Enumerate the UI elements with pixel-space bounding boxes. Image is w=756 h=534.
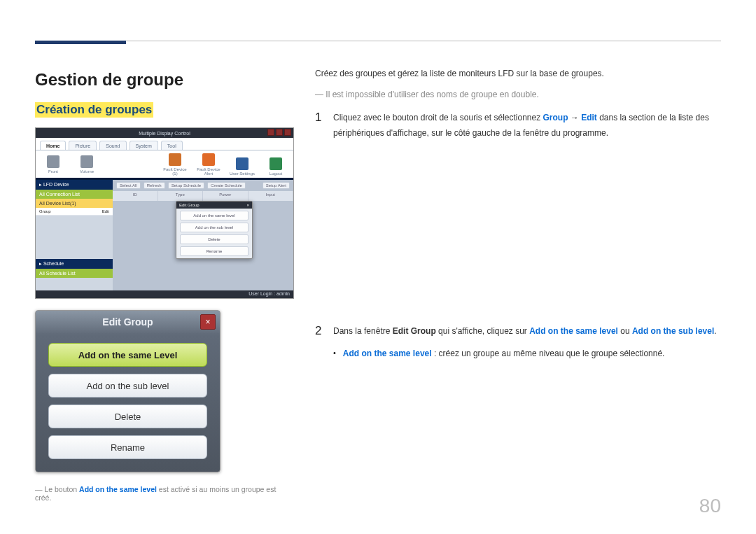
side-lfd[interactable]: ▸ LFD Device [36,180,113,190]
option-rename[interactable]: Rename [48,435,207,459]
tab-sound[interactable]: Sound [99,141,126,150]
right-column: Créez des groupes et gérez la liste de m… [315,66,718,362]
toolbar-front[interactable]: Front [40,155,66,174]
left-column: Gestion de groupe Création de groupes Mu… [35,70,294,502]
bullet-dot-icon: • [333,346,336,362]
close-icon[interactable]: × [246,203,249,207]
page-title: Gestion de groupe [35,70,294,90]
mini-dialog-header: Edit Group× [176,202,252,209]
mdc-footer: User Login : admin [36,290,293,299]
mini-row-rename[interactable]: Rename [180,246,248,256]
footnote: ― Le bouton Add on the same level est ac… [35,485,294,502]
step-1-number: 1 [315,111,323,141]
edit-group-mini-dialog: Edit Group× Add on the same level Add on… [176,201,253,259]
toolbar-volume[interactable]: Volume [74,155,100,174]
btn-setup-sched[interactable]: Setup Schedule [168,182,204,189]
col-headers: ID Type Power Input [113,191,293,201]
top-accent [35,41,126,44]
mini-row-same[interactable]: Add on the same level [180,211,248,220]
tab-tool[interactable]: Tool [161,141,183,150]
tab-picture[interactable]: Picture [69,141,97,150]
toolbar-fault2[interactable]: Fault Device Alert [195,153,222,176]
btn-setup-alert[interactable]: Setup Alert [262,182,290,189]
tab-system[interactable]: System [130,141,158,150]
mdc-tabbar: Home Picture Sound System Tool [36,138,293,150]
side-conn[interactable]: All Connection List [36,190,113,199]
dialog-title: Edit Group [102,316,153,328]
duplicate-name-note: ― Il est impossible d'utiliser des noms … [315,87,718,103]
step-1-text: Cliquez avec le bouton droit de la souri… [333,111,718,141]
top-rule [35,41,721,41]
toolbar-fault1[interactable]: Fault Device (1) [162,153,188,176]
mini-row-sub[interactable]: Add on the sub level [180,223,248,232]
mdc-main: Select All Refresh Setup Schedule Create… [113,180,293,290]
btn-create-sched[interactable]: Create Schedule [207,182,246,189]
screenshot-mdc-window: Multiple Display Control Home Picture So… [35,127,294,299]
option-add-sub-level[interactable]: Add on the sub level [48,374,207,398]
toolbar-user[interactable]: User Settings [229,157,255,176]
option-delete[interactable]: Delete [48,405,207,428]
window-controls [267,129,291,136]
btn-refresh[interactable]: Refresh [144,182,165,189]
side-group-row[interactable]: GroupEdit [36,208,113,216]
mdc-titlebar: Multiple Display Control [36,128,293,138]
step-2-text: Dans la fenêtre Edit Group qui s'affiche… [333,324,717,339]
tab-home[interactable]: Home [40,141,66,150]
bullet-same-level: • Add on the same level : créez un group… [333,346,718,362]
dialog-header: Edit Group × [36,311,220,333]
intro-text: Créez des groupes et gérez la liste de m… [315,66,718,82]
mdc-toolbar: Front Volume Fault Device (1) Fault Devi… [36,150,293,180]
step-2: 2 Dans la fenêtre Edit Group qui s'affic… [315,324,718,339]
section-title: Création de groupes [35,102,153,118]
close-button[interactable]: × [200,314,216,330]
mdc-sidebar: ▸ LFD Device All Connection List All Dev… [36,180,113,290]
mdc-title: Multiple Display Control [139,131,190,136]
mini-row-delete[interactable]: Delete [180,234,248,244]
btn-selectall[interactable]: Select All [116,182,141,189]
toolbar-logout[interactable]: Logout [262,157,289,176]
side-schedule[interactable]: ▸ Schedule [36,259,113,269]
side-schedule-list[interactable]: All Schedule List [36,269,113,278]
page-number: 80 [699,495,721,517]
step-1: 1 Cliquez avec le bouton droit de la sou… [315,111,718,141]
screenshot-edit-group-dialog: Edit Group × Add on the same Level Add o… [35,310,220,472]
step-2-number: 2 [315,324,323,339]
option-add-same-level[interactable]: Add on the same Level [48,343,207,367]
side-alldev[interactable]: All Device List(1) [36,199,113,208]
